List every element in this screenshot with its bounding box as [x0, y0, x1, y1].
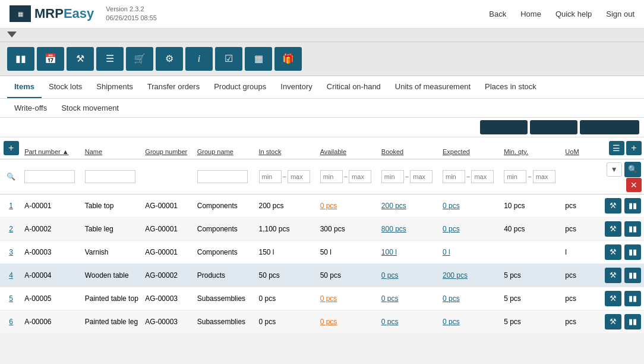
- col-header-uom[interactable]: UoM: [563, 137, 592, 159]
- booked-link[interactable]: 800 pcs: [381, 225, 406, 233]
- nav-units-measurement[interactable]: Units of measurement: [388, 76, 478, 98]
- expected-link[interactable]: 0 pcs: [443, 225, 460, 233]
- row-available[interactable]: 50 l: [318, 240, 379, 263]
- row-booked[interactable]: 800 pcs: [379, 217, 440, 240]
- quickhelp-link[interactable]: Quick help: [555, 10, 592, 18]
- filter-funnel-btn[interactable]: ▼: [607, 162, 622, 177]
- row-booked[interactable]: 200 pcs: [379, 194, 440, 217]
- booked-link[interactable]: 0 pcs: [381, 271, 399, 280]
- col-header-minqty[interactable]: Min. qty.: [501, 137, 563, 159]
- expected-link[interactable]: 0 l: [443, 248, 450, 256]
- row-edit-btn[interactable]: ⚒: [605, 291, 621, 306]
- row-num[interactable]: 1: [0, 194, 22, 217]
- sort-partnum-link[interactable]: Part number ▲: [24, 148, 68, 155]
- row-booked[interactable]: 100 l: [379, 240, 440, 263]
- nav-places-stock[interactable]: Places in stock: [478, 76, 544, 98]
- col-settings-btn[interactable]: ☰: [609, 141, 624, 155]
- row-num[interactable]: 6: [0, 310, 22, 333]
- sort-expected-link[interactable]: Expected: [443, 148, 470, 155]
- col-header-available[interactable]: Available: [318, 137, 379, 159]
- available-value[interactable]: 0 pcs: [320, 294, 337, 303]
- row-available[interactable]: 0 pcs: [318, 287, 379, 310]
- toolbar-calendar-btn[interactable]: 📅: [37, 47, 64, 71]
- row-chart-btn[interactable]: ▮▮: [624, 244, 641, 260]
- row-edit-btn[interactable]: ⚒: [605, 221, 621, 237]
- search-expected-cell[interactable]: −: [440, 159, 501, 194]
- row-expected[interactable]: 0 l: [440, 240, 501, 263]
- filter-btn-3[interactable]: [580, 120, 639, 134]
- row-edit-btn[interactable]: ⚒: [605, 268, 621, 283]
- booked-link[interactable]: 100 l: [381, 248, 397, 256]
- row-num-link[interactable]: 3: [9, 248, 13, 256]
- expected-min-input[interactable]: [443, 170, 465, 183]
- row-num[interactable]: 2: [0, 217, 22, 240]
- minqty-max-input[interactable]: [533, 170, 555, 183]
- nav-stock-movement[interactable]: Stock movement: [54, 99, 126, 117]
- filter-btn-1[interactable]: [480, 120, 528, 134]
- sort-minqty-link[interactable]: Min. qty.: [504, 148, 528, 155]
- row-chart-btn[interactable]: ▮▮: [624, 221, 641, 237]
- available-value[interactable]: 0 pcs: [320, 318, 337, 326]
- search-booked-cell[interactable]: −: [379, 159, 440, 194]
- sort-groupnum-link[interactable]: Group number: [145, 148, 187, 155]
- avail-max-input[interactable]: [349, 170, 371, 183]
- instock-min-input[interactable]: [259, 170, 282, 183]
- expected-link[interactable]: 0 pcs: [443, 202, 460, 210]
- available-value[interactable]: 0 pcs: [320, 202, 337, 210]
- toolbar-wrench-btn[interactable]: ⚒: [67, 47, 94, 71]
- row-chart-btn[interactable]: ▮▮: [624, 291, 641, 306]
- col-header-partnum[interactable]: Part number ▲: [22, 137, 83, 159]
- col-header-instock[interactable]: In stock: [257, 137, 318, 159]
- signout-link[interactable]: Sign out: [606, 10, 634, 18]
- avail-min-input[interactable]: [320, 170, 343, 183]
- col-header-name[interactable]: Name: [83, 137, 143, 159]
- row-num-link[interactable]: 2: [9, 225, 13, 233]
- row-num-link[interactable]: 5: [9, 294, 13, 303]
- row-available[interactable]: 300 pcs: [318, 217, 379, 240]
- row-expected[interactable]: 0 pcs: [440, 310, 501, 333]
- expected-link[interactable]: 0 pcs: [443, 318, 460, 326]
- search-groupname-cell[interactable]: [195, 159, 257, 194]
- expected-link[interactable]: 200 pcs: [443, 271, 468, 280]
- sort-available-link[interactable]: Available: [320, 148, 346, 155]
- row-booked[interactable]: 0 pcs: [379, 310, 440, 333]
- nav-inventory[interactable]: Inventory: [273, 76, 319, 98]
- filter-btn-2[interactable]: [530, 120, 577, 134]
- toolbar-info-btn[interactable]: i: [185, 47, 213, 71]
- sort-uom-link[interactable]: UoM: [565, 148, 579, 155]
- instock-max-input[interactable]: [288, 170, 310, 183]
- col-header-expected[interactable]: Expected: [440, 137, 501, 159]
- row-edit-btn[interactable]: ⚒: [605, 244, 621, 260]
- sort-booked-link[interactable]: Booked: [381, 148, 403, 155]
- row-edit-btn[interactable]: ⚒: [605, 198, 621, 214]
- toolbar-dropdown-arrow[interactable]: [7, 32, 17, 37]
- row-chart-btn[interactable]: ▮▮: [624, 198, 641, 214]
- row-expected[interactable]: 200 pcs: [440, 263, 501, 287]
- nav-critical-onhand[interactable]: Critical on-hand: [320, 76, 388, 98]
- toolbar-list-btn[interactable]: ☰: [96, 47, 124, 71]
- nav-writeoffs[interactable]: Write-offs: [7, 99, 54, 117]
- search-groupname-input[interactable]: [197, 170, 248, 183]
- col-header-booked[interactable]: Booked: [379, 137, 440, 159]
- minqty-min-input[interactable]: [504, 170, 526, 183]
- sort-name-link[interactable]: Name: [85, 148, 102, 155]
- toolbar-settings-btn[interactable]: ⚙: [156, 47, 183, 71]
- expected-max-input[interactable]: [471, 170, 494, 183]
- toolbar-check-btn[interactable]: ☑: [215, 47, 242, 71]
- row-available[interactable]: 50 pcs: [318, 263, 379, 287]
- nav-items[interactable]: Items: [7, 76, 42, 98]
- search-avail-cell[interactable]: −: [318, 159, 379, 194]
- row-num[interactable]: 4: [0, 263, 22, 287]
- toolbar-cart-btn[interactable]: 🛒: [126, 47, 153, 71]
- search-partnum-input[interactable]: [24, 170, 75, 183]
- row-expected[interactable]: 0 pcs: [440, 217, 501, 240]
- nav-stocklots[interactable]: Stock lots: [42, 76, 89, 98]
- row-booked[interactable]: 0 pcs: [379, 287, 440, 310]
- add-item-btn[interactable]: +: [4, 141, 19, 155]
- expected-link[interactable]: 0 pcs: [443, 294, 460, 303]
- row-edit-btn[interactable]: ⚒: [605, 314, 621, 330]
- back-link[interactable]: Back: [489, 10, 506, 18]
- row-num-link[interactable]: 4: [9, 271, 13, 280]
- col-header-groupnum[interactable]: Group number: [143, 137, 194, 159]
- search-name-cell[interactable]: [83, 159, 143, 194]
